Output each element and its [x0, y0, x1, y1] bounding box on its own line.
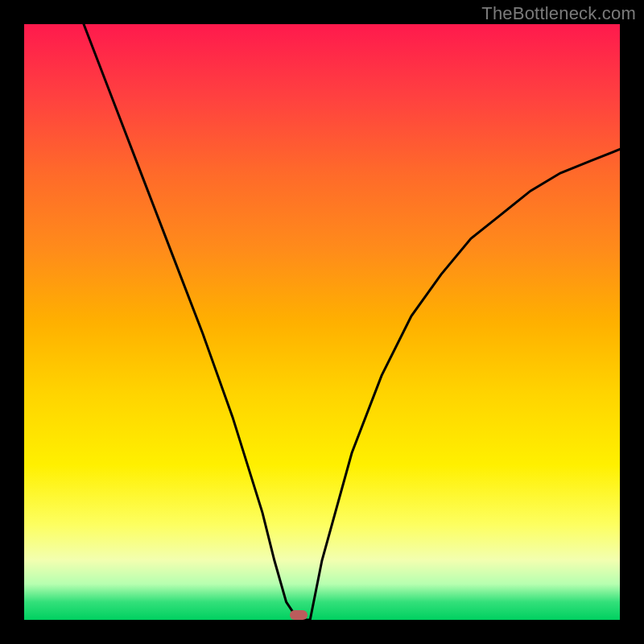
chart-frame: TheBottleneck.com [0, 0, 644, 644]
bottleneck-curve-path [84, 24, 620, 620]
bottleneck-marker [290, 610, 308, 620]
curve-svg [24, 24, 620, 620]
chart-plot-area [24, 24, 620, 620]
watermark-text: TheBottleneck.com [481, 3, 636, 24]
